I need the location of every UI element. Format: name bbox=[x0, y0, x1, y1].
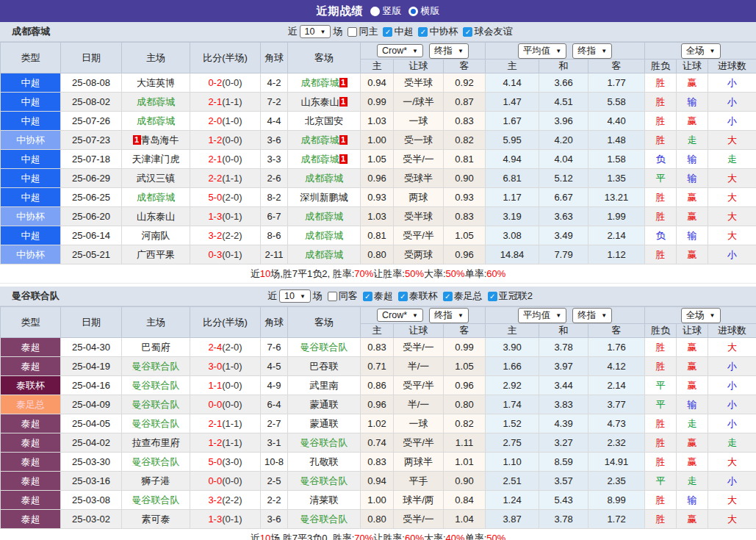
match-count-select[interactable]: 10▼ bbox=[300, 25, 331, 38]
radio-horizontal-layout[interactable]: 横版 bbox=[408, 4, 440, 18]
result-handicap: 赢 bbox=[677, 510, 708, 529]
result-outcome: 胜 bbox=[645, 188, 677, 207]
away-team: 成都蓉城 bbox=[288, 245, 361, 264]
scope-select[interactable]: 全场▼ bbox=[681, 308, 721, 323]
odds-away: 0.96 bbox=[444, 245, 486, 264]
half-time-score: (2-2) bbox=[222, 230, 242, 241]
result-text: 大 bbox=[727, 456, 737, 467]
result-text: 胜 bbox=[656, 437, 666, 448]
match-row: 泰超25-03-16狮子港0-0(0-0)2-5曼谷联合队0.94平手0.902… bbox=[1, 472, 756, 491]
corner-score: 4-4 bbox=[261, 112, 288, 131]
odds-away: 0.90 bbox=[444, 472, 486, 491]
corner-score: 2-7 bbox=[261, 414, 288, 433]
checkbox-same-home[interactable]: 同主 bbox=[348, 25, 378, 38]
avg-away: 8.99 bbox=[588, 491, 645, 510]
match-date: 25-04-19 bbox=[61, 357, 122, 376]
half-time-score: (0-0) bbox=[222, 399, 242, 410]
average-time-select[interactable]: 终指▼ bbox=[572, 308, 612, 323]
half-time-score: (0-0) bbox=[222, 154, 242, 165]
avg-draw: 3.44 bbox=[539, 376, 588, 395]
result-outcome: 平 bbox=[645, 169, 677, 188]
result-goals: 大 bbox=[708, 169, 756, 188]
average-select[interactable]: 平均值▼ bbox=[518, 43, 566, 59]
radio-vertical-layout[interactable]: 竖版 bbox=[370, 4, 402, 18]
result-text: 胜 bbox=[656, 249, 666, 260]
checkbox-thai-fa-cup[interactable]: 泰足总 bbox=[443, 289, 483, 303]
home-team: 成都蓉城 bbox=[122, 112, 190, 131]
result-outcome: 胜 bbox=[645, 453, 677, 472]
checkbox-thai-league[interactable]: 泰超 bbox=[363, 289, 393, 303]
team-name: 曼谷联合队 bbox=[132, 361, 180, 372]
result-text: 大 bbox=[727, 192, 737, 203]
team-name: 武汉三镇 bbox=[137, 173, 175, 184]
corner-score: 4-2 bbox=[261, 73, 288, 93]
match-date: 25-06-14 bbox=[61, 226, 122, 245]
red-card-badge: 1 bbox=[133, 135, 141, 145]
odds-away: 0.83 bbox=[444, 112, 486, 131]
result-handicap: 赢 bbox=[677, 73, 708, 93]
sub-col-outcome: 胜负 bbox=[645, 324, 677, 338]
result-text: 赢 bbox=[688, 380, 697, 391]
summary-segment: 让胜率: bbox=[373, 267, 405, 281]
team-name: 曼谷联合队 bbox=[300, 475, 348, 486]
odds-source-select[interactable]: Crow*▼ bbox=[377, 44, 423, 57]
summary-segment: 60% bbox=[486, 268, 505, 279]
avg-away: 5.58 bbox=[588, 93, 645, 112]
summary-segment: 场,胜7平3负0, 胜率: bbox=[270, 532, 354, 540]
result-text: 大 bbox=[727, 514, 737, 525]
corner-score: 8-2 bbox=[261, 188, 288, 207]
checkbox-thai-league-cup[interactable]: 泰联杯 bbox=[398, 289, 438, 303]
corner-score: 7-2 bbox=[261, 93, 288, 112]
checkbox-club-friendly[interactable]: 球会友谊 bbox=[463, 25, 512, 38]
odds-away: 0.99 bbox=[444, 338, 486, 357]
col-score: 比分(半场) bbox=[190, 43, 261, 73]
summary-segment: 50% bbox=[446, 268, 465, 279]
checkbox-label: 泰足总 bbox=[454, 289, 483, 303]
match-count-select[interactable]: 10▼ bbox=[279, 289, 311, 303]
summary-segment: 单率: bbox=[465, 267, 487, 281]
full-time-score: 0-2 bbox=[208, 77, 222, 88]
match-score: 1-1(0-0) bbox=[190, 376, 261, 395]
match-type-badge: 中超 bbox=[1, 93, 61, 112]
match-score: 0-0(0-0) bbox=[190, 395, 261, 414]
full-time-score: 2-1 bbox=[208, 96, 222, 107]
checkbox-cfa-cup[interactable]: 中协杯 bbox=[418, 25, 458, 38]
odds-away: 1.05 bbox=[444, 226, 486, 245]
full-time-score: 1-2 bbox=[208, 437, 222, 448]
scope-select[interactable]: 全场▼ bbox=[681, 43, 721, 59]
match-score: 5-0(2-0) bbox=[190, 188, 261, 207]
chevron-down-icon: ▼ bbox=[710, 48, 716, 54]
away-team: 成都蓉城 bbox=[288, 169, 361, 188]
match-score: 2-1(1-1) bbox=[190, 93, 261, 112]
match-type-badge: 中协杯 bbox=[1, 207, 61, 226]
result-text: 大 bbox=[727, 211, 737, 222]
away-team: 曼谷联合队 bbox=[288, 472, 361, 491]
team-name: 成都蓉城 bbox=[301, 134, 339, 145]
odds-time-select[interactable]: 终指▼ bbox=[429, 308, 469, 323]
home-team: 曼谷联合队 bbox=[122, 491, 190, 510]
checkbox-same-away[interactable]: 同客 bbox=[328, 289, 358, 303]
chevron-down-icon: ▼ bbox=[555, 312, 561, 319]
corner-score: 8-6 bbox=[261, 226, 288, 245]
team-name: 巴蜀府 bbox=[142, 342, 170, 353]
match-row: 泰超25-03-02素可泰1-3(0-1)3-6曼谷联合队0.80受半/一1.0… bbox=[1, 510, 756, 529]
result-handicap: 赢 bbox=[677, 245, 708, 264]
result-handicap: 输 bbox=[677, 226, 708, 245]
average-time-select[interactable]: 终指▼ bbox=[572, 43, 612, 59]
chevron-down-icon: ▼ bbox=[710, 312, 716, 319]
result-outcome: 胜 bbox=[645, 338, 677, 357]
result-text: 负 bbox=[656, 154, 666, 165]
team-name: 孔敬联 bbox=[310, 456, 339, 467]
avg-home: 3.90 bbox=[486, 338, 539, 357]
odds-handicap: 两球 bbox=[394, 188, 444, 207]
odds-time-select[interactable]: 终指▼ bbox=[429, 43, 469, 59]
checkbox-csl[interactable]: 中超 bbox=[383, 25, 413, 38]
result-handicap: 赢 bbox=[677, 376, 708, 395]
result-text: 赢 bbox=[688, 115, 697, 126]
team-name: 广西平果 bbox=[137, 249, 175, 260]
average-select[interactable]: 平均值▼ bbox=[518, 308, 566, 323]
odds-source-select[interactable]: Crow*▼ bbox=[377, 309, 423, 322]
checkbox-acl2[interactable]: 亚冠联2 bbox=[488, 289, 533, 303]
avg-draw: 3.97 bbox=[539, 357, 588, 376]
match-score: 3-0(1-0) bbox=[190, 357, 261, 376]
